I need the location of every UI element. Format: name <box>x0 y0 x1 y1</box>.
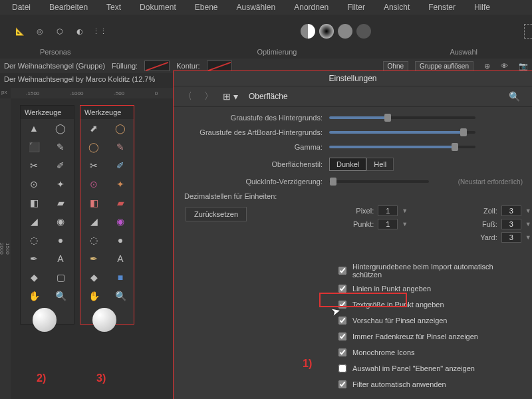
smudge-tool-icon[interactable]: ◉ <box>47 212 74 231</box>
bg-gray-slider[interactable] <box>329 116 475 119</box>
check-immer-fadenk[interactable]: Immer Fadenkreuz für Pinsel anzeigen <box>336 331 523 342</box>
dd-icon[interactable]: ▼ <box>525 221 532 227</box>
crop-tool-icon[interactable]: ✂ <box>21 156 47 175</box>
artboard-gray-slider[interactable] <box>329 131 475 134</box>
persona-liquify-icon[interactable]: ◎ <box>32 23 48 39</box>
zoll-value[interactable]: 3 <box>501 205 521 216</box>
heal-tool-icon[interactable]: ⊙ <box>80 175 107 194</box>
menu-bearbeiten[interactable]: Bearbeiten <box>49 3 88 12</box>
crop-tool-icon[interactable]: ✂ <box>80 156 107 175</box>
menu-auswählen[interactable]: Auswählen <box>236 3 275 12</box>
stroke-swatch[interactable] <box>207 61 232 71</box>
check-monochrome-i[interactable]: Monochrome Icons <box>336 346 523 358</box>
persona-photo-icon[interactable]: 📐 <box>12 23 28 39</box>
check-linien-in-pu[interactable]: Linien in Punkt angeben <box>336 283 523 295</box>
curves-icon[interactable] <box>356 24 371 39</box>
style-segment[interactable]: Dunkel Hell <box>329 158 394 171</box>
lasso-tool-icon[interactable]: ◯ <box>47 119 74 138</box>
color-swatch-icon[interactable] <box>21 305 74 324</box>
menu-datei[interactable]: Datei <box>12 3 31 12</box>
dd-icon[interactable]: ▼ <box>525 207 532 214</box>
persona-export-icon[interactable]: ⋮⋮ <box>92 23 108 39</box>
tooltip-slider[interactable] <box>329 180 429 183</box>
menu-dokument[interactable]: Dokument <box>140 3 176 12</box>
search-icon[interactable]: 🔍 <box>509 91 520 102</box>
shape-tool-icon[interactable]: ◆ <box>80 268 107 287</box>
menu-filter[interactable]: Filter <box>347 3 365 12</box>
picker-tool-icon[interactable]: ✐ <box>47 156 74 175</box>
color-swatch-icon[interactable] <box>80 305 134 324</box>
clone-tool-icon[interactable]: ✦ <box>47 175 74 194</box>
menu-ebene[interactable]: Ebene <box>195 3 218 12</box>
check-textgröße-in[interactable]: Textgröße in Punkt angeben <box>336 299 523 311</box>
menu-text[interactable]: Text <box>106 3 121 12</box>
checkbox[interactable] <box>338 364 346 372</box>
checkbox[interactable] <box>338 301 346 309</box>
reset-button[interactable]: Zurücksetzen <box>186 207 247 221</box>
none-button[interactable]: Ohne <box>383 61 408 71</box>
menu-hilfe[interactable]: Hilfe <box>474 3 490 12</box>
dodge-tool-icon[interactable]: ◌ <box>21 231 47 249</box>
brush-tool-icon[interactable]: ✎ <box>47 138 74 156</box>
persona-tone-icon[interactable]: ◐ <box>72 23 88 39</box>
pen-tool-icon[interactable]: ✒ <box>21 249 47 268</box>
lasso-tool-icon[interactable]: ◯ <box>107 119 134 138</box>
text-tool-icon[interactable]: A <box>107 249 134 268</box>
levels-icon[interactable] <box>301 24 315 39</box>
eye-icon[interactable]: 👁 <box>501 62 508 70</box>
select-tool-icon[interactable]: ⬛ <box>21 138 47 156</box>
select-tool-icon[interactable]: ◯ <box>80 138 107 156</box>
punkt-value[interactable]: 1 <box>378 219 398 229</box>
dd-icon[interactable]: ▼ <box>525 234 532 241</box>
clone-tool-icon[interactable]: ✦ <box>107 175 134 194</box>
burn-tool-icon[interactable]: ● <box>107 231 134 249</box>
style-light[interactable]: Hell <box>366 158 394 171</box>
hand-tool-icon[interactable]: ✋ <box>80 287 107 305</box>
fill-tool-icon[interactable]: ▰ <box>47 194 74 212</box>
shape-tool-icon[interactable]: ◆ <box>21 268 47 287</box>
dd-icon[interactable]: ▼ <box>402 207 412 214</box>
brush-tool-icon[interactable]: ✎ <box>107 138 134 156</box>
picker-tool-icon[interactable]: ✐ <box>107 156 134 175</box>
back-icon[interactable]: 〈 <box>180 90 195 102</box>
text-tool-icon[interactable]: A <box>47 249 74 268</box>
check-vorschau-für[interactable]: Vorschau für Pinsel anzeigen <box>336 315 523 327</box>
erase-tool-icon[interactable]: ◧ <box>21 194 47 212</box>
style-dark[interactable]: Dunkel <box>329 158 366 171</box>
zoom-tool-icon[interactable]: 🔍 <box>47 287 74 305</box>
persona-develop-icon[interactable]: ⬡ <box>52 23 68 39</box>
check-auswahl-im-p[interactable]: Auswahl im Panel "Ebenen" anzeigen <box>336 362 523 374</box>
heal-tool-icon[interactable]: ⊙ <box>21 175 47 194</box>
checkbox[interactable] <box>338 380 346 388</box>
ungroup-button[interactable]: Gruppe auflösen <box>415 61 473 71</box>
check-hintergrunde[interactable]: Hintergrundebene beim Import automatisch… <box>336 263 523 279</box>
erase-tool-icon[interactable]: ◧ <box>80 194 107 212</box>
fill-tool-icon[interactable]: ▰ <box>107 194 134 212</box>
rect-tool-icon[interactable]: ■ <box>107 268 134 287</box>
pixel-value[interactable]: 1 <box>378 205 398 216</box>
move-tool-icon[interactable]: ⬈ <box>80 119 107 138</box>
fill-swatch[interactable] <box>144 61 170 71</box>
checkbox[interactable] <box>338 267 346 275</box>
checkbox[interactable] <box>338 348 346 356</box>
rect-tool-icon[interactable]: ▢ <box>47 268 74 287</box>
dodge-tool-icon[interactable]: ◌ <box>80 231 107 249</box>
smudge-tool-icon[interactable]: ◉ <box>107 212 134 231</box>
check-filter-autom[interactable]: Filter automatisch anwenden <box>336 378 523 390</box>
menu-anordnen[interactable]: Anordnen <box>294 3 329 12</box>
zoom-tool-icon[interactable]: 🔍 <box>107 287 134 305</box>
hand-tool-icon[interactable]: ✋ <box>21 287 47 305</box>
gradient-tool-icon[interactable]: ◢ <box>80 212 107 231</box>
menu-fenster[interactable]: Fenster <box>428 3 456 12</box>
menu-ansicht[interactable]: Ansicht <box>384 3 410 12</box>
fuss-value[interactable]: 3 <box>501 219 521 229</box>
burn-tool-icon[interactable]: ● <box>47 231 74 249</box>
balance-icon[interactable] <box>338 24 352 39</box>
forward-icon[interactable]: 〉 <box>201 90 216 102</box>
grid-view-icon[interactable]: ⊞ ▾ <box>223 91 238 102</box>
move-tool-icon[interactable]: ▲ <box>21 119 47 138</box>
gamma-slider[interactable] <box>329 146 475 148</box>
checkbox[interactable] <box>338 317 346 325</box>
camera-icon[interactable]: 📷 <box>519 62 528 70</box>
checkbox[interactable] <box>338 285 346 293</box>
